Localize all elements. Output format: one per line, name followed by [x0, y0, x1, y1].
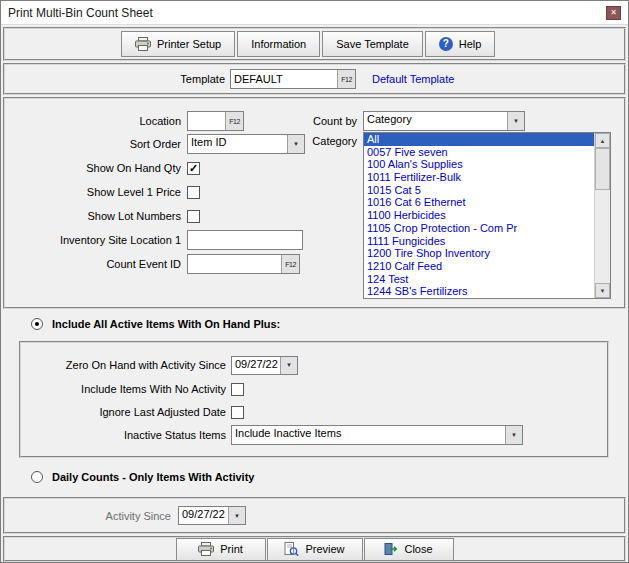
category-scrollbar[interactable]: ▲ ▼	[594, 133, 610, 298]
printer-icon	[135, 37, 151, 51]
show-level-1-price-checkbox[interactable]	[187, 186, 200, 199]
category-list-item[interactable]: All	[364, 133, 594, 146]
category-list-item[interactable]: 0057 Five seven	[364, 146, 594, 159]
daily-counts-label: Daily Counts - Only Items With Activity	[52, 471, 254, 483]
category-list-item[interactable]: 124 Test	[364, 273, 594, 286]
count-event-id-label: Count Event ID	[9, 258, 181, 270]
window-title: Print Multi-Bin Count Sheet	[8, 6, 606, 20]
f12-lookup-icon[interactable]: F12	[225, 112, 243, 130]
category-list-item[interactable]: 1016 Cat 6 Ethernet	[364, 196, 594, 209]
count-by-dropdown[interactable]: Category ▼	[363, 111, 525, 131]
inactive-status-label: Inactive Status Items	[21, 429, 226, 441]
category-list-item[interactable]: 1210 Calf Feed	[364, 260, 594, 273]
f12-lookup-icon[interactable]: F12	[281, 255, 299, 273]
titlebar: Print Multi-Bin Count Sheet ✕	[1, 1, 628, 25]
zero-on-hand-date-dropdown[interactable]: 09/27/22 ▼	[231, 356, 298, 375]
sort-order-value: Item ID	[188, 135, 287, 153]
close-dialog-button[interactable]: Close	[364, 538, 454, 561]
printer-setup-button[interactable]: Printer Setup	[121, 31, 235, 57]
print-label: Print	[220, 543, 243, 555]
category-list-item[interactable]: 1111 Fungicides	[364, 235, 594, 248]
template-input[interactable]	[231, 70, 337, 88]
include-all-active-row: Include All Active Items With On Hand Pl…	[31, 318, 280, 330]
zero-on-hand-label: Zero On Hand with Activity Since	[21, 359, 226, 371]
information-label: Information	[251, 38, 306, 50]
category-list: All0057 Five seven100 Alan's Supplies101…	[364, 133, 594, 298]
category-list-item[interactable]: 1105 Crop Protection - Com Pr	[364, 222, 594, 235]
category-list-item[interactable]: 1244 SB's Fertilizers	[364, 285, 594, 298]
inactive-status-dropdown[interactable]: Include Inactive Items ▼	[231, 425, 523, 445]
close-icon[interactable]: ✕	[606, 6, 621, 20]
scroll-down-icon[interactable]: ▼	[595, 283, 610, 298]
chevron-down-icon[interactable]: ▼	[280, 357, 297, 374]
chevron-down-icon[interactable]: ▼	[228, 507, 245, 524]
printer-setup-label: Printer Setup	[157, 38, 221, 50]
include-no-activity-label: Include Items With No Activity	[21, 383, 226, 395]
show-on-hand-qty-checkbox[interactable]: ✓	[187, 162, 200, 175]
daily-counts-radio[interactable]	[31, 471, 43, 483]
ignore-last-adjusted-checkbox[interactable]	[231, 406, 244, 419]
activity-since-panel: Activity Since 09/27/22 ▼	[3, 497, 626, 534]
include-no-activity-checkbox[interactable]	[231, 383, 244, 396]
location-field: F12	[187, 111, 244, 131]
category-list-item[interactable]: 1011 Fertilizer-Bulk	[364, 171, 594, 184]
include-all-active-label: Include All Active Items With On Hand Pl…	[52, 318, 280, 330]
magnifier-preview-icon	[284, 542, 299, 557]
ignore-last-adjusted-row: Ignore Last Adjusted Date	[21, 402, 603, 422]
include-options-groupbox: Zero On Hand with Activity Since 09/27/2…	[19, 341, 609, 458]
chevron-down-icon[interactable]: ▼	[287, 135, 304, 153]
close-label: Close	[404, 543, 432, 555]
main-options-panel: Location F12 Sort Order Item ID ▼ Show O…	[3, 97, 626, 309]
show-level-1-price-label: Show Level 1 Price	[9, 186, 181, 198]
inventory-site-location-input[interactable]	[187, 230, 303, 250]
footer-button-bar: Print Preview Close	[3, 536, 626, 562]
zero-on-hand-date-value: 09/27/22	[232, 357, 280, 374]
information-button[interactable]: Information	[237, 31, 320, 57]
chevron-down-icon[interactable]: ▼	[507, 112, 524, 130]
include-no-activity-row: Include Items With No Activity	[21, 379, 603, 399]
print-multibin-count-sheet-window: Print Multi-Bin Count Sheet ✕ Printer Se…	[0, 0, 629, 563]
ignore-last-adjusted-label: Ignore Last Adjusted Date	[21, 406, 226, 418]
scrollbar-thumb[interactable]	[595, 148, 610, 190]
f12-lookup-icon[interactable]: F12	[337, 70, 355, 88]
printer-icon	[198, 542, 214, 556]
activity-since-date-value: 09/27/22	[179, 507, 228, 524]
category-list-item[interactable]: 1100 Herbicides	[364, 209, 594, 222]
scroll-up-icon[interactable]: ▲	[595, 133, 610, 148]
zero-on-hand-row: Zero On Hand with Activity Since 09/27/2…	[21, 355, 603, 375]
show-on-hand-qty-label: Show On Hand Qty	[9, 162, 181, 174]
location-label: Location	[9, 115, 181, 127]
save-template-button[interactable]: Save Template	[322, 31, 423, 57]
help-icon: ?	[439, 37, 453, 51]
template-label: Template	[5, 73, 225, 85]
inactive-status-value: Include Inactive Items	[232, 426, 505, 444]
print-button[interactable]: Print	[176, 538, 266, 561]
toolbar: Printer Setup Information Save Template …	[3, 27, 626, 61]
category-label: Category	[309, 135, 357, 147]
show-lot-numbers-checkbox[interactable]	[187, 210, 200, 223]
activity-since-date-dropdown[interactable]: 09/27/22 ▼	[178, 506, 246, 525]
exit-door-icon	[384, 542, 398, 556]
template-field: F12	[230, 69, 356, 89]
chevron-down-icon[interactable]: ▼	[505, 426, 522, 444]
category-list-item[interactable]: 1015 Cat 5	[364, 184, 594, 197]
include-all-active-radio[interactable]	[31, 318, 43, 330]
show-lot-numbers-label: Show Lot Numbers	[9, 210, 181, 222]
category-list-item[interactable]: 100 Alan's Supplies	[364, 158, 594, 171]
preview-button[interactable]: Preview	[267, 538, 363, 561]
preview-label: Preview	[305, 543, 344, 555]
category-list-item[interactable]: 1200 Tire Shop Inventory	[364, 247, 594, 260]
count-event-id-input[interactable]	[188, 255, 281, 273]
help-button[interactable]: ? Help	[425, 31, 496, 57]
count-by-row: Count by Category ▼	[309, 111, 529, 131]
sort-order-label: Sort Order	[9, 138, 181, 150]
activity-since-label: Activity Since	[5, 510, 171, 522]
count-event-id-field: F12	[187, 254, 300, 274]
sort-order-dropdown[interactable]: Item ID ▼	[187, 134, 305, 154]
scrollbar-track[interactable]	[595, 148, 610, 283]
inventory-site-location-label: Inventory Site Location 1	[9, 234, 181, 246]
count-by-label: Count by	[309, 115, 357, 127]
count-by-value: Category	[364, 112, 507, 130]
location-input[interactable]	[188, 112, 225, 130]
inactive-status-row: Inactive Status Items Include Inactive I…	[21, 425, 603, 445]
